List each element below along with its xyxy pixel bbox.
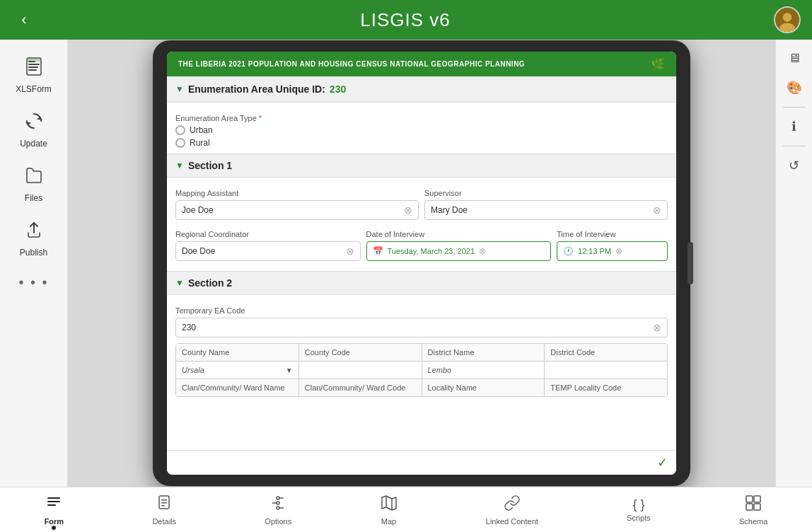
undo-icon[interactable]: ↺ bbox=[786, 155, 802, 176]
svg-rect-5 bbox=[28, 64, 40, 65]
sidebar-item-update[interactable]: Update bbox=[6, 105, 62, 154]
form-body: ▼ Enumeration Area Unique ID: 230 Enumer… bbox=[167, 76, 676, 450]
county-code-cell[interactable] bbox=[299, 362, 422, 378]
svg-point-2 bbox=[779, 23, 794, 33]
avatar[interactable] bbox=[774, 6, 801, 33]
more-options[interactable]: • • • bbox=[18, 274, 48, 291]
date-clear[interactable]: ⊗ bbox=[479, 246, 486, 256]
section1-title: Section 1 bbox=[188, 160, 232, 171]
tablet-screen: THE LIBERIA 2021 POPULATION AND HOUSING … bbox=[167, 52, 676, 475]
right-divider bbox=[783, 107, 806, 108]
nav-form-icon bbox=[45, 495, 62, 516]
mapping-assistant-value: Joe Doe bbox=[182, 205, 214, 215]
radio-urban-label: Urban bbox=[190, 125, 213, 135]
temp-ea-code-value: 230 bbox=[182, 323, 196, 332]
district-code-cell[interactable] bbox=[545, 362, 667, 378]
publish-label: Publish bbox=[20, 248, 47, 258]
ea-header: ▼ Enumeration Area Unique ID: 230 bbox=[167, 76, 676, 103]
nav-form[interactable]: Form bbox=[33, 492, 76, 528]
tablet-side-button bbox=[688, 242, 693, 284]
date-label: Date of Interview bbox=[366, 230, 552, 238]
nav-options-icon bbox=[269, 495, 286, 516]
mapping-assistant-label: Mapping Assistant bbox=[175, 189, 419, 197]
radio-rural[interactable]: Rural bbox=[175, 138, 668, 148]
regional-coordinator-clear[interactable]: ⊗ bbox=[346, 245, 354, 257]
nav-details[interactable]: Details bbox=[141, 492, 187, 528]
time-input[interactable]: 🕐 12:13 PM ⊗ bbox=[557, 241, 668, 261]
date-input[interactable]: 📅 Tuesday, March 23, 2021 ⊗ bbox=[366, 241, 552, 261]
radio-urban[interactable]: Urban bbox=[175, 125, 668, 135]
top-bar: ‹ LISGIS v6 bbox=[0, 0, 812, 40]
ea-id-value: 230 bbox=[330, 83, 346, 95]
section1-toggle[interactable]: ▼ bbox=[175, 161, 184, 170]
svg-marker-24 bbox=[382, 496, 396, 510]
info-icon[interactable]: ℹ bbox=[789, 116, 799, 137]
update-label: Update bbox=[20, 139, 47, 149]
back-button[interactable]: ‹ bbox=[11, 11, 37, 29]
time-clear[interactable]: ⊗ bbox=[615, 246, 622, 256]
nav-linked-content[interactable]: Linked Content bbox=[475, 492, 550, 528]
xlsform-icon bbox=[24, 57, 44, 81]
right-divider-2 bbox=[783, 146, 806, 146]
palette-icon[interactable]: 🎨 bbox=[784, 77, 805, 98]
nav-map-label: Map bbox=[381, 517, 396, 526]
nav-linked-content-label: Linked Content bbox=[486, 517, 538, 526]
nav-map[interactable]: Map bbox=[369, 492, 409, 528]
district-name-cell[interactable]: Lembo bbox=[422, 362, 545, 378]
county-name-dropdown[interactable]: Ursala ▼ bbox=[182, 366, 293, 374]
regional-coordinator-group: Regional Coordinator Doe Doe ⊗ bbox=[175, 224, 361, 261]
temp-ea-code-input[interactable]: 230 ⊗ bbox=[175, 318, 668, 337]
svg-point-1 bbox=[783, 13, 792, 22]
ea-type-label: Enumeration Area Type * bbox=[175, 114, 668, 122]
left-sidebar: XLSForm Update Files bbox=[0, 40, 68, 487]
update-icon bbox=[24, 111, 44, 136]
sidebar-item-publish[interactable]: Publish bbox=[6, 214, 62, 263]
sidebar-item-files[interactable]: Files bbox=[6, 160, 62, 209]
temp-locality-code-header: TEMP Locality Code bbox=[545, 379, 667, 396]
svg-rect-13 bbox=[47, 504, 56, 506]
svg-rect-17 bbox=[161, 505, 165, 507]
grid-header-row-1: County Name County Code District Name Di… bbox=[176, 344, 667, 362]
nav-schema[interactable]: Schema bbox=[728, 492, 779, 528]
date-group: Date of Interview 📅 Tuesday, March 23, 2… bbox=[366, 224, 552, 261]
svg-rect-6 bbox=[28, 66, 38, 68]
svg-rect-7 bbox=[28, 69, 37, 71]
ea-toggle[interactable]: ▼ bbox=[175, 84, 184, 94]
svg-point-20 bbox=[277, 507, 279, 509]
required-marker: * bbox=[259, 114, 262, 122]
nav-options[interactable]: Options bbox=[253, 492, 303, 528]
supervisor-clear[interactable]: ⊗ bbox=[653, 204, 661, 216]
nav-options-label: Options bbox=[265, 517, 291, 526]
radio-rural-label: Rural bbox=[190, 138, 210, 148]
district-code-header: District Code bbox=[545, 344, 667, 361]
grid-value-row-1: Ursala ▼ Lembo bbox=[176, 362, 667, 379]
nav-linked-content-icon bbox=[504, 495, 521, 516]
form-header-text: THE LIBERIA 2021 POPULATION AND HOUSING … bbox=[178, 60, 525, 68]
supervisor-input[interactable]: Mary Doe ⊗ bbox=[424, 200, 668, 220]
nav-schema-label: Schema bbox=[739, 517, 767, 526]
mapping-assistant-group: Mapping Assistant Joe Doe ⊗ bbox=[175, 183, 419, 220]
regional-coordinator-input[interactable]: Doe Doe ⊗ bbox=[175, 241, 361, 261]
county-name-value: Ursala bbox=[182, 366, 204, 374]
bottom-nav: Form Details Options bbox=[0, 487, 812, 532]
temp-ea-section: Temporary EA Code 230 ⊗ County Name Coun… bbox=[167, 295, 676, 403]
county-name-header: County Name bbox=[176, 344, 299, 361]
regional-coordinator-label: Regional Coordinator bbox=[175, 230, 361, 238]
svg-marker-10 bbox=[25, 122, 31, 125]
check-button[interactable]: ✓ bbox=[657, 455, 668, 470]
svg-rect-27 bbox=[746, 496, 753, 502]
mapping-assistant-input[interactable]: Joe Doe ⊗ bbox=[175, 200, 419, 220]
county-dropdown-arrow: ▼ bbox=[286, 366, 293, 374]
nav-form-label: Form bbox=[45, 517, 64, 526]
mapping-assistant-clear[interactable]: ⊗ bbox=[404, 204, 412, 216]
monitor-icon[interactable]: 🖥 bbox=[785, 48, 804, 69]
temp-ea-clear[interactable]: ⊗ bbox=[653, 322, 661, 333]
form-header-icon: 🌿 bbox=[651, 57, 665, 71]
time-group: Time of Interview 🕐 12:13 PM ⊗ bbox=[557, 224, 668, 261]
county-name-cell[interactable]: Ursala ▼ bbox=[176, 362, 299, 378]
section2-toggle[interactable]: ▼ bbox=[175, 278, 184, 288]
calendar-icon: 📅 bbox=[373, 246, 383, 256]
grid-header-row-2: Clan/Community/ Ward Name Clan/Community… bbox=[176, 379, 667, 396]
sidebar-item-xlsform[interactable]: XLSForm bbox=[6, 51, 62, 100]
nav-scripts[interactable]: { } Scripts bbox=[615, 495, 662, 525]
